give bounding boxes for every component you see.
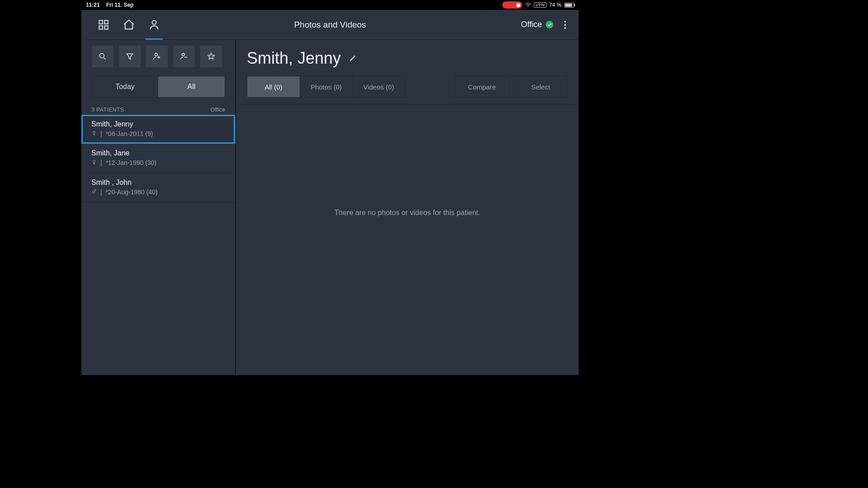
main-panel: Smith, Jenny All (0) Photos (0) Videos (…: [236, 40, 579, 375]
segment-all[interactable]: All: [158, 76, 225, 97]
app-top-bar: Photos and Videos Office: [81, 10, 579, 40]
svg-line-7: [104, 58, 106, 60]
svg-point-0: [528, 6, 528, 7]
patient-title: Smith, Jenny: [247, 49, 341, 68]
check-icon: [546, 21, 553, 28]
patient-item[interactable]: Smith , John | *20-Aug-1980 (40): [81, 173, 235, 202]
segment-today[interactable]: Today: [92, 76, 158, 97]
svg-point-8: [155, 53, 157, 56]
status-date: Fri 11. Sep: [106, 2, 134, 8]
patient-list-location: Office: [211, 107, 225, 113]
patient-sidebar: Today All 3 PATIENTS Office Smith, Jenny…: [81, 40, 236, 375]
select-button[interactable]: Select: [514, 76, 568, 98]
home-icon[interactable]: [122, 18, 136, 32]
vpn-badge: VPN: [534, 2, 547, 8]
patient-item[interactable]: Smith, Jenny | *06-Jan-2011 (9): [81, 115, 235, 144]
patient-item[interactable]: Smith, Jane | *12-Jan-1990 (30): [81, 144, 235, 173]
status-bar: 11:21 Fri 11. Sep VPN 74 %: [81, 0, 579, 10]
compare-button[interactable]: Compare: [455, 76, 509, 98]
svg-rect-1: [99, 20, 103, 24]
patient-name: Smith, Jenny: [91, 120, 225, 128]
patient-list: Smith, Jenny | *06-Jan-2011 (9)Smith, Ja…: [81, 115, 235, 375]
gender-icon: [91, 188, 97, 196]
patient-meta: | *06-Jan-2011 (9): [91, 130, 225, 137]
svg-rect-2: [104, 20, 108, 24]
edit-icon[interactable]: [349, 54, 358, 63]
gender-icon: [91, 130, 97, 137]
gender-icon: [91, 159, 97, 166]
tab-all[interactable]: All (0): [247, 76, 300, 97]
wifi-icon: [525, 2, 531, 8]
filter-button[interactable]: [118, 45, 141, 68]
tab-videos[interactable]: Videos (0): [352, 76, 405, 97]
battery-text: 74 %: [549, 2, 561, 8]
location-label: Office: [521, 20, 542, 29]
svg-point-5: [152, 20, 156, 24]
day-filter-segment: Today All: [91, 76, 225, 98]
svg-point-11: [182, 53, 184, 56]
person-icon[interactable]: [147, 18, 161, 32]
media-filter-tabs: All (0) Photos (0) Videos (0): [247, 76, 405, 98]
grid-icon[interactable]: [97, 18, 110, 32]
patient-name: Smith , John: [91, 178, 225, 187]
screen-record-indicator: [502, 1, 522, 9]
more-menu-icon[interactable]: [561, 18, 569, 32]
svg-point-19: [93, 191, 95, 193]
favorites-button[interactable]: [200, 45, 222, 68]
page-title: Photos and Videos: [294, 20, 366, 30]
svg-rect-4: [104, 26, 108, 29]
status-time: 11:21: [86, 2, 100, 8]
battery-icon: [564, 3, 574, 8]
svg-point-16: [93, 160, 95, 163]
patient-name: Smith, Jane: [91, 149, 225, 157]
svg-rect-3: [99, 26, 103, 29]
svg-point-6: [99, 53, 104, 58]
patient-meta: | *20-Aug-1980 (40): [91, 188, 225, 196]
remove-patient-button[interactable]: [173, 45, 195, 68]
search-button[interactable]: [91, 45, 114, 68]
patient-count-label: 3 PATIENTS: [91, 107, 124, 113]
svg-point-13: [93, 131, 95, 134]
patient-meta: | *12-Jan-1990 (30): [91, 159, 225, 166]
location-chip[interactable]: Office: [521, 20, 553, 29]
add-patient-button[interactable]: [146, 45, 168, 68]
tab-photos[interactable]: Photos (0): [300, 76, 352, 97]
empty-state-message: There are no photos or videos for this p…: [335, 209, 481, 217]
